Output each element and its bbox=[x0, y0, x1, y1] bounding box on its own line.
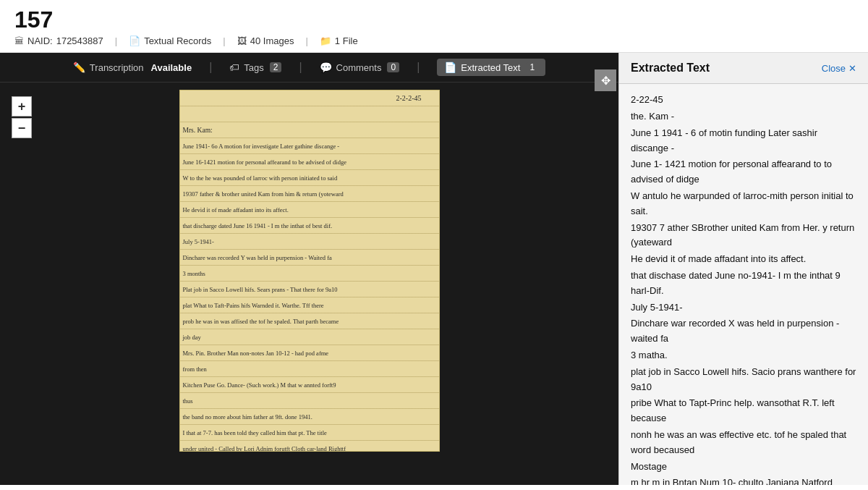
extracted-badge: 1 bbox=[526, 62, 538, 72]
zoom-out-button[interactable]: − bbox=[12, 118, 32, 138]
hw-line-0: Mrs. Kam: bbox=[183, 122, 436, 138]
panel-move-handle[interactable]: ✥ bbox=[595, 69, 616, 91]
hw-line-9: 3 months bbox=[183, 266, 436, 282]
document-paper: 2-2-2-45 Mrs. Kam: June 1941- 6o A motio… bbox=[179, 90, 440, 452]
extracted-text-line: W antulo he warpunded of larroc-mith per… bbox=[631, 189, 856, 219]
hw-line-3: W to the he was pounded of larroc with p… bbox=[183, 170, 436, 186]
panel-title: Extracted Text bbox=[631, 62, 710, 75]
extracted-text-line: Mostage bbox=[631, 460, 856, 475]
images-icon: 🖼 bbox=[237, 35, 247, 46]
close-label: Close bbox=[822, 63, 846, 74]
toolbar-sep3: | bbox=[417, 61, 420, 74]
textual-icon: 📄 bbox=[129, 35, 140, 46]
images-label: 40 Images bbox=[250, 35, 294, 46]
sep3: | bbox=[305, 35, 307, 46]
hw-line-19: I that at 7-7. has been told they called… bbox=[183, 425, 436, 441]
hw-line-4: 19307 father & brother united Kam from h… bbox=[183, 186, 436, 202]
naid-item: 🏛 NAID: 172543887 bbox=[14, 35, 103, 46]
close-button[interactable]: Close ✕ bbox=[822, 63, 856, 74]
hw-line-20: under united - Called by Lori Adnim foru… bbox=[183, 441, 436, 452]
meta-row: 🏛 NAID: 172543887 | 📄 Textual Records | … bbox=[14, 35, 854, 46]
hw-line-17: thus bbox=[183, 393, 436, 409]
extracted-text-line: July 5-1941- bbox=[631, 300, 856, 316]
comments-badge: 0 bbox=[387, 62, 399, 72]
type-label: Textual Records bbox=[144, 35, 211, 46]
hw-line-5: He devid it of made affadant into its af… bbox=[183, 202, 436, 218]
hw-line-18: the band no more about him father at 9ft… bbox=[183, 409, 436, 425]
hw-line-12: prob he was in was affised the tof he sp… bbox=[183, 313, 436, 329]
sep1: | bbox=[115, 35, 117, 46]
type-item: 📄 Textual Records bbox=[129, 35, 211, 46]
transcription-status: Available bbox=[151, 62, 192, 73]
tags-icon: 🏷 bbox=[229, 62, 239, 73]
comments-item[interactable]: 💬 Comments 0 bbox=[320, 62, 400, 73]
files-item: 📁 1 File bbox=[320, 35, 358, 46]
transcription-item[interactable]: ✏️ Transcription Available bbox=[73, 62, 192, 73]
naid-icon: 🏛 bbox=[14, 35, 24, 46]
viewer-toolbar: ✏️ Transcription Available | 🏷 Tags 2 | … bbox=[0, 53, 618, 83]
close-icon: ✕ bbox=[848, 63, 856, 74]
hw-line-6: that discharge dated June 16 1941 - I m … bbox=[183, 218, 436, 234]
hw-line-2: June 16-1421 motion for personal affeara… bbox=[183, 154, 436, 170]
extracted-text-content[interactable]: 2-22-45the. Kam -June 1 1941 - 6 of moti… bbox=[619, 84, 868, 485]
comments-icon: 💬 bbox=[320, 62, 332, 73]
extracted-text-line: that dischase dated June no-1941- I m th… bbox=[631, 269, 856, 299]
hw-line-14: Mrs. Pin. Brother Man non-notes Jan 10-1… bbox=[183, 345, 436, 361]
hw-line-16: Kitchen Puse Go. Dance- (Such work.) M t… bbox=[183, 377, 436, 393]
extracted-text-line: 3 matha. bbox=[631, 348, 856, 363]
extracted-text-button[interactable]: 📄 Extracted Text 1 bbox=[437, 59, 545, 76]
main-area: ✏️ Transcription Available | 🏷 Tags 2 | … bbox=[0, 53, 868, 485]
extracted-text-line: June 1 1941 - 6 of motin funding Later s… bbox=[631, 126, 856, 156]
page-header: 157 🏛 NAID: 172543887 | 📄 Textual Record… bbox=[0, 0, 868, 53]
hw-line-10: Plat job in Sacco Lowell hifs. Sears pra… bbox=[183, 282, 436, 297]
transcription-label: Transcription bbox=[90, 62, 144, 73]
extracted-icon: 📄 bbox=[444, 62, 456, 73]
extracted-text-line: the. Kam - bbox=[631, 109, 856, 124]
files-label: 1 File bbox=[335, 35, 358, 46]
hw-line-13: job day bbox=[183, 329, 436, 345]
extracted-text-line: He devid it of made affadant into its af… bbox=[631, 252, 856, 267]
extracted-text-line: June 1- 1421 motion for personal affeara… bbox=[631, 157, 856, 187]
extracted-text-line: Dinchare war recorded X was held in purp… bbox=[631, 316, 856, 347]
tags-item[interactable]: 🏷 Tags 2 bbox=[229, 62, 281, 73]
hw-line-7: July 5-1941- bbox=[183, 234, 436, 250]
naid-value: 172543887 bbox=[56, 35, 103, 46]
transcription-icon: ✏️ bbox=[73, 62, 85, 73]
toolbar-sep2: | bbox=[299, 61, 302, 74]
images-item: 🖼 40 Images bbox=[237, 35, 294, 46]
panel-header: Extracted Text Close ✕ bbox=[619, 53, 868, 84]
hw-line-15: from then bbox=[183, 361, 436, 377]
hw-line-11: plat What to Taft-Pains hifs Warnded it.… bbox=[183, 297, 436, 313]
extracted-text-panel: Extracted Text Close ✕ 2-22-45the. Kam -… bbox=[618, 53, 868, 485]
extracted-text-line: pribe What to Tapt-Princ help. wansothat… bbox=[631, 396, 856, 426]
naid-label: NAID: bbox=[27, 35, 53, 46]
comments-label: Comments bbox=[336, 62, 382, 73]
tags-badge: 2 bbox=[270, 62, 282, 72]
extracted-text-line: m hr m in Bntan Num 10- chulto Janiana N… bbox=[631, 476, 856, 485]
move-icon: ✥ bbox=[601, 74, 610, 88]
date-line: 2-2-2-45 bbox=[183, 90, 422, 106]
document-handwriting: 2-2-2-45 Mrs. Kam: June 1941- 6o A motio… bbox=[180, 90, 439, 451]
extracted-text-line: 2-22-45 bbox=[631, 93, 856, 108]
extracted-label: Extracted Text bbox=[461, 62, 520, 73]
zoom-in-button[interactable]: + bbox=[12, 96, 32, 117]
record-number: 157 bbox=[14, 7, 854, 33]
hw-line-1: June 1941- 6o A motion for investigate L… bbox=[183, 138, 436, 154]
extracted-text-line: plat job in Sacco Lowell hifs. Sacio pra… bbox=[631, 365, 856, 395]
hw-line-8: Dinchare was recorded Y was held in purp… bbox=[183, 250, 436, 266]
files-icon: 📁 bbox=[320, 35, 331, 46]
sep2: | bbox=[223, 35, 225, 46]
extracted-text-line: nonh he was an was effective etc. tof he… bbox=[631, 428, 856, 458]
document-image-area: 2-2-2-45 Mrs. Kam: June 1941- 6o A motio… bbox=[0, 83, 618, 485]
toolbar-sep1: | bbox=[209, 61, 212, 74]
zoom-controls: + − bbox=[12, 96, 32, 138]
extracted-text-line: 19307 7 ather SBrother united Kam from H… bbox=[631, 221, 856, 251]
tags-label: Tags bbox=[244, 62, 263, 73]
document-viewer: ✏️ Transcription Available | 🏷 Tags 2 | … bbox=[0, 53, 618, 485]
